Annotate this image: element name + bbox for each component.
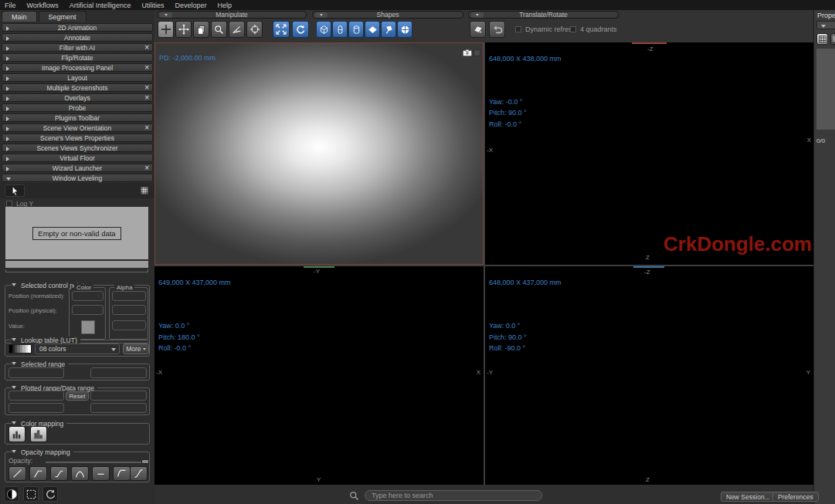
- sidebar-panel-overlays[interactable]: Overlays: [2, 93, 153, 102]
- reset-button[interactable]: Reset: [66, 391, 89, 401]
- color-mapping-gradient-button[interactable]: [30, 426, 47, 442]
- manipulate-group-header[interactable]: Manipulate: [157, 11, 307, 19]
- color-position-normalized-input[interactable]: [72, 291, 104, 301]
- pan-tool-button[interactable]: [175, 21, 192, 38]
- copy-layer-button[interactable]: [193, 21, 209, 38]
- close-icon[interactable]: [144, 164, 149, 172]
- shapes-group-header[interactable]: Shapes: [312, 11, 463, 19]
- sidebar-panel-scenes-views-properties[interactable]: Scene's Views Properties: [2, 134, 153, 142]
- curve-ramp-button[interactable]: [50, 466, 68, 481]
- lut-more-button[interactable]: More: [123, 343, 149, 354]
- menu-help[interactable]: Help: [217, 2, 232, 9]
- sidebar-panel-window-leveling[interactable]: Window Leveling: [2, 174, 153, 182]
- curve-flat-button[interactable]: [92, 466, 110, 481]
- close-icon[interactable]: [144, 123, 149, 132]
- curve-linear-button[interactable]: [8, 466, 26, 481]
- menu-file[interactable]: File: [5, 2, 16, 9]
- properties-list-button[interactable]: [830, 33, 835, 45]
- fit-view-button[interactable]: [273, 21, 290, 38]
- close-icon[interactable]: [144, 93, 149, 102]
- plotted-range-max-input[interactable]: [90, 391, 147, 401]
- shape-plane-button[interactable]: [365, 21, 380, 38]
- camera-button[interactable]: [463, 46, 472, 59]
- close-icon[interactable]: [144, 83, 149, 92]
- menu-utilities[interactable]: Utilities: [141, 2, 164, 9]
- log-y-checkbox[interactable]: [6, 201, 12, 207]
- color-position-physical-input[interactable]: [72, 305, 104, 315]
- selection-box-button[interactable]: [23, 486, 39, 502]
- shape-capsule-button[interactable]: [332, 21, 348, 38]
- translate-rotate-group-header[interactable]: Translate/Rotate: [468, 11, 619, 19]
- data-range-min-input[interactable]: [8, 403, 64, 413]
- viewport-menu-button[interactable]: [474, 46, 480, 59]
- curve-bell-button[interactable]: [71, 466, 89, 481]
- curve-sigmoid-button[interactable]: [130, 466, 148, 481]
- viewport-top-left[interactable]: PD: -2,000.00 mm: [154, 42, 484, 265]
- new-session-button[interactable]: New Session...: [721, 492, 776, 502]
- translate-plane-button[interactable]: [470, 21, 486, 38]
- sidebar-panel-layout[interactable]: Layout: [2, 73, 153, 82]
- group-menu-button[interactable]: [160, 12, 172, 18]
- selected-range-max-input[interactable]: [90, 367, 147, 378]
- sidebar-panel-wizard-launcher[interactable]: Wizard Launcher: [2, 164, 153, 172]
- sidebar-panel-2d-animation[interactable]: 2D Animation: [2, 23, 153, 32]
- lut-colors-dropdown[interactable]: 08 colors: [35, 343, 120, 354]
- close-icon[interactable]: [144, 43, 149, 52]
- color-mapping-histogram-button[interactable]: [8, 426, 25, 442]
- four-quadrants-checkbox[interactable]: [570, 26, 576, 32]
- close-icon[interactable]: [144, 63, 149, 72]
- opacity-slider-track[interactable]: [46, 462, 144, 463]
- properties-dropdown[interactable]: [816, 21, 835, 29]
- sidebar-panel-image-processing[interactable]: Image Processing Panel: [2, 63, 153, 72]
- viewport-top-right[interactable]: -Z 648,000 X 438,000 mm Yaw: -0.0 ° Pitc…: [485, 42, 813, 265]
- sidebar-panel-probe[interactable]: Probe: [2, 103, 153, 112]
- sidebar-panel-plugins-toolbar[interactable]: Plugins Toolbar: [2, 113, 153, 122]
- data-range-max-input[interactable]: [90, 403, 147, 413]
- rotate-view-button[interactable]: [292, 21, 309, 38]
- shape-pin-button[interactable]: [381, 21, 396, 38]
- slice-indicator-line-red[interactable]: [632, 42, 667, 44]
- crosshair-tool-button[interactable]: [158, 21, 174, 38]
- angle-tool-button[interactable]: [229, 21, 245, 38]
- properties-grid-button[interactable]: [816, 33, 828, 45]
- undo-rotate-button[interactable]: [489, 21, 505, 38]
- shape-cylinder-button[interactable]: [348, 21, 364, 38]
- pointer-tool-button[interactable]: [5, 184, 25, 197]
- sidebar-panel-flip-rotate[interactable]: Flip/Rotate: [2, 53, 153, 62]
- viewport-bottom-right[interactable]: -Z 648,000 X 437,000 mm Yaw: 0.0 ° Pitch…: [485, 266, 813, 485]
- color-value-swatch[interactable]: [81, 320, 95, 334]
- opacity-mapping-title[interactable]: Opacity mapping: [12, 448, 73, 456]
- menu-workflows[interactable]: Workflows: [27, 2, 59, 9]
- plotted-range-min-input[interactable]: [8, 391, 64, 401]
- preferences-button[interactable]: Preferences: [772, 492, 819, 502]
- alpha-position-physical-input[interactable]: [112, 305, 146, 315]
- target-tool-button[interactable]: [246, 21, 263, 38]
- curve-ramp-plateau-button[interactable]: [29, 466, 47, 481]
- reset-view-button[interactable]: [42, 486, 58, 502]
- zoom-tool-button[interactable]: [211, 21, 227, 38]
- histogram-scrollbar[interactable]: [5, 269, 148, 272]
- group-menu-button[interactable]: [471, 12, 484, 18]
- histogram-options-button[interactable]: [140, 186, 149, 195]
- group-menu-button[interactable]: [315, 12, 328, 18]
- sidebar-panel-annotate[interactable]: Annotate: [2, 33, 153, 42]
- tab-main[interactable]: Main: [2, 11, 37, 22]
- menu-artificial-intelligence[interactable]: Artificial Intelligence: [70, 2, 131, 9]
- sidebar-panel-scene-view-orientation[interactable]: Scene View Orientation: [2, 123, 153, 132]
- histogram-area[interactable]: Empty or non-valid data: [5, 207, 148, 259]
- histogram-range-strip[interactable]: [5, 261, 148, 268]
- shape-cube-button[interactable]: [316, 21, 331, 38]
- viewport-bottom-left[interactable]: -Y 649,000 X 437,000 mm Yaw: 0.0 ° Pitch…: [154, 266, 484, 485]
- search-input[interactable]: [365, 490, 542, 501]
- tab-segment[interactable]: Segment: [39, 11, 87, 22]
- contrast-button[interactable]: [4, 486, 19, 502]
- dynamic-refresh-checkbox[interactable]: [515, 26, 521, 32]
- alpha-position-normalized-input[interactable]: [112, 291, 146, 301]
- sidebar-panel-scenes-views-synchronizer[interactable]: Scenes Views Synchronizer: [2, 144, 153, 152]
- curve-sqrt-button[interactable]: [113, 466, 131, 481]
- properties-list-area[interactable]: [816, 49, 835, 130]
- sidebar-panel-filter-with-ai[interactable]: Filter with AI: [2, 43, 153, 52]
- alpha-value-input[interactable]: [112, 320, 146, 330]
- sidebar-panel-virtual-floor[interactable]: Virtual Floor: [2, 154, 153, 162]
- menu-developer[interactable]: Developer: [175, 2, 206, 9]
